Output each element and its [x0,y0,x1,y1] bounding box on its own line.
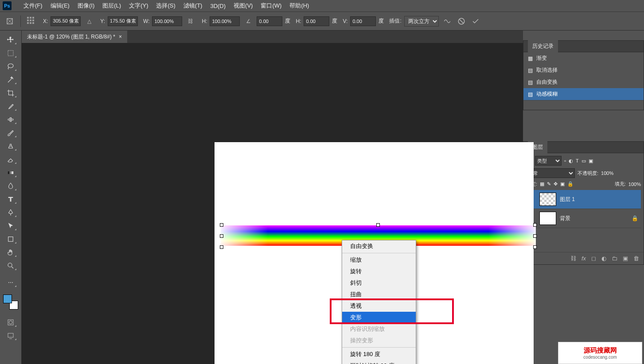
magic-wand-tool[interactable] [4,74,18,85]
new-layer-icon[interactable]: ▣ [623,255,628,262]
foreground-color[interactable] [3,294,12,303]
transform-handle-bl[interactable] [220,245,223,249]
healing-brush-tool[interactable] [4,114,18,125]
delta-icon[interactable]: △ [83,15,95,27]
crop-tool[interactable] [4,87,18,99]
path-select-tool[interactable] [4,220,18,232]
ctx-rotate-90cw[interactable]: 顺时针旋转 90 度 [342,360,416,364]
edit-toolbar-icon[interactable]: ⋯ [4,277,18,288]
eraser-tool[interactable] [4,154,18,165]
ctx-free-transform[interactable]: 自由变换 [342,240,416,252]
y-input[interactable] [108,16,138,26]
ctx-rotate-180[interactable]: 旋转 180 度 [342,349,416,360]
history-item-deselect[interactable]: ▤取消选择 [523,64,644,76]
adjustment-icon[interactable]: ◐ [601,255,606,262]
transform-handle-tr[interactable] [533,223,537,227]
angle-unit: 度 [285,17,290,25]
ctx-scale[interactable]: 缩放 [342,254,416,266]
layer-filter-select[interactable]: 类型 [535,156,562,166]
lock-pixels-icon[interactable]: ✎ [547,181,551,187]
document-tab[interactable]: 未标题-1 @ 120% (图层 1, RGB/8#) * × [22,31,127,43]
w-input[interactable] [152,16,182,26]
close-tab-icon[interactable]: × [119,34,122,40]
layer-name[interactable]: 背景 [560,215,570,222]
history-item-free-transform[interactable]: ▤自由变换 [523,76,644,88]
filter-shape-icon[interactable]: ▭ [582,158,586,164]
cancel-transform-icon[interactable] [456,15,467,27]
ctx-warp[interactable]: 变形 [342,312,416,323]
color-swatches[interactable] [3,294,18,310]
transform-handle-mr[interactable] [533,234,537,238]
filter-adjust-icon[interactable]: ◐ [569,158,573,164]
pen-tool[interactable] [4,207,18,218]
brush-tool[interactable] [4,127,18,139]
svg-rect-6 [8,237,13,242]
layer-item-bg[interactable]: 👁 背景 🔒 [526,209,641,228]
menu-type[interactable]: 文字(Y) [125,2,152,10]
fill-value[interactable]: 100% [628,182,641,187]
menu-window[interactable]: 窗口(W) [257,2,285,10]
group-icon[interactable]: 🗀 [612,255,617,262]
lasso-tool[interactable] [4,61,18,72]
fx-icon[interactable]: fx [582,255,586,262]
lock-transparent-icon[interactable]: ▦ [540,181,544,187]
menu-edit[interactable]: 编辑(E) [47,2,74,10]
ctx-rotate[interactable]: 旋转 [342,266,416,277]
transform-handle-br[interactable] [533,245,537,249]
lock-artboard-icon[interactable]: ▣ [560,181,565,187]
type-tool[interactable] [4,194,18,205]
filter-type-icon[interactable]: T [576,158,579,163]
menu-view[interactable]: 视图(V) [230,2,257,10]
y-label: Y: [100,18,105,24]
svg-point-7 [8,263,12,267]
interp-select[interactable]: 两次立方 [404,16,439,27]
lock-all-icon[interactable]: 🔒 [567,181,574,187]
filter-pixel-icon[interactable]: ▫ [564,158,566,163]
ctx-skew[interactable]: 斜切 [342,277,416,289]
menu-image[interactable]: 图像(I) [74,2,98,10]
transform-handle-tc[interactable] [376,223,380,227]
commit-transform-icon[interactable] [470,15,481,27]
opacity-value[interactable]: 100% [601,170,613,176]
menu-file[interactable]: 文件(F) [20,2,47,10]
link-icon[interactable]: ⛓ [185,15,196,27]
shape-tool[interactable] [4,233,18,245]
warp-mode-icon[interactable] [441,15,453,27]
h-skew-input[interactable] [304,16,329,26]
gradient-tool[interactable] [4,167,18,178]
angle-input[interactable] [257,16,282,26]
history-tab[interactable]: 历史记录 [528,40,558,52]
quickmask-icon[interactable] [4,317,18,328]
tools-panel: ⋯ [0,31,22,364]
blur-tool[interactable] [4,180,18,192]
menu-3d[interactable]: 3D(D) [206,3,230,9]
menu-layer[interactable]: 图层(L) [98,2,125,10]
move-tool[interactable] [4,34,18,46]
layer-name[interactable]: 图层 1 [560,196,575,203]
history-item-motion-blur[interactable]: ▤动感模糊 [523,88,644,100]
ctx-distort[interactable]: 扭曲 [342,289,416,300]
transform-handle-ml[interactable] [220,234,223,238]
filter-smart-icon[interactable]: ▣ [589,158,593,164]
hand-tool[interactable] [4,247,18,258]
x-input[interactable] [51,16,81,26]
delete-layer-icon[interactable]: 🗑 [633,255,639,262]
h-input[interactable] [210,16,240,26]
eyedropper-tool[interactable] [4,101,18,112]
transform-handle-tl[interactable] [220,223,223,227]
link-layers-icon[interactable]: ⛓ [570,255,576,262]
clone-stamp-tool[interactable] [4,140,18,152]
zoom-tool[interactable] [4,260,18,271]
ctx-perspective[interactable]: 透视 [342,300,416,312]
layer-item-1[interactable]: 👁 图层 1 [526,190,641,209]
marquee-tool[interactable] [4,47,18,59]
menu-filter[interactable]: 滤镜(T) [180,2,207,10]
screen-mode-icon[interactable] [4,330,18,341]
mask-icon[interactable]: ◻ [591,255,596,262]
v-skew-input[interactable] [350,16,376,26]
lock-position-icon[interactable]: ✥ [554,181,558,187]
menu-help[interactable]: 帮助(H) [285,2,313,10]
reference-point-grid[interactable] [25,15,38,27]
menu-select[interactable]: 选择(S) [152,2,179,10]
history-item-gradient[interactable]: ▦渐变 [523,52,644,64]
